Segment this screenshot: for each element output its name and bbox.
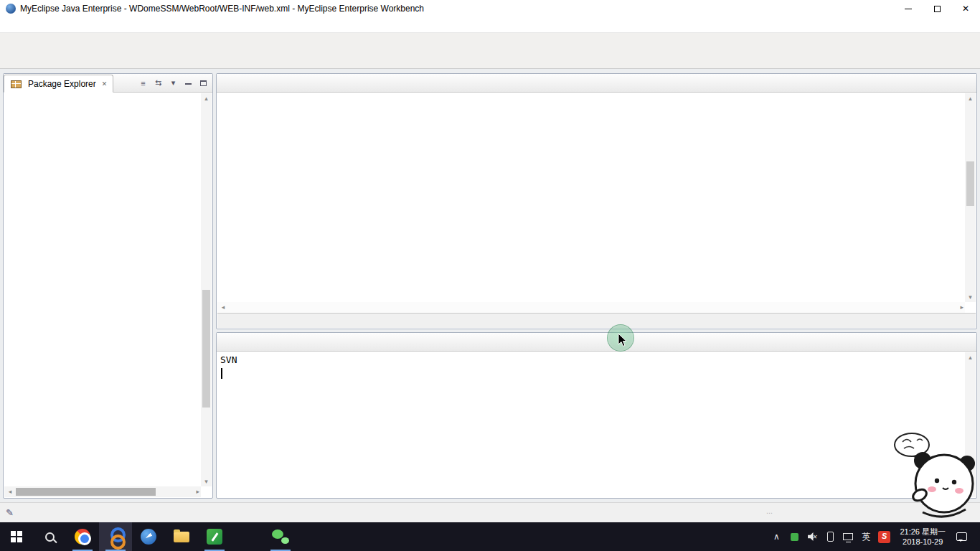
menubar <box>0 17 980 33</box>
scroll-up-icon[interactable]: ▴ <box>965 93 976 103</box>
clock-time: 21:26 星期一 <box>900 527 946 537</box>
network-icon <box>843 533 853 540</box>
windows-logo-icon <box>11 531 22 542</box>
design-source-bar <box>217 313 976 328</box>
console-output[interactable]: SVN <box>217 352 965 497</box>
window-title: MyEclipse Java Enterprise - WDomeSSM/Web… <box>20 4 424 14</box>
editor-view: ▴ ▾ ◂ ▸ <box>216 73 977 329</box>
file-explorer-icon <box>174 532 189 542</box>
taskbar-ide-button[interactable] <box>198 522 231 551</box>
search-icon <box>45 532 55 542</box>
taskbar: ∧ ✕ 英 21:26 星期一 2018-10-29 <box>0 522 980 551</box>
link-with-editor-icon[interactable]: ⇆ <box>152 77 164 89</box>
quick-launch-icon[interactable]: ✎ <box>6 507 14 518</box>
scroll-down-icon[interactable]: ▾ <box>965 487 976 497</box>
window-controls: ✕ <box>894 0 980 17</box>
taskbar-explorer-button[interactable] <box>165 522 198 551</box>
xml-editor[interactable] <box>217 93 965 302</box>
console-vertical-scrollbar[interactable]: ▴ ▾ <box>965 352 976 497</box>
wechat-icon <box>272 529 289 545</box>
status-bar: ✎ ⋯ <box>0 502 980 522</box>
taskbar-chrome-button[interactable] <box>66 522 99 551</box>
taskbar-wechat-button[interactable] <box>264 522 297 551</box>
screen: MyEclipse Java Enterprise - WDomeSSM/Web… <box>0 0 980 551</box>
minimize-button[interactable] <box>894 0 923 17</box>
clock-date: 2018-10-29 <box>903 537 943 547</box>
maximize-view-button[interactable] <box>197 77 209 89</box>
notification-icon <box>956 532 967 541</box>
compass-browser-icon <box>141 529 156 545</box>
console-view: SVN ▴ ▾ <box>216 332 977 499</box>
maximize-view-icon <box>200 80 207 86</box>
taskbar-browser-button[interactable] <box>132 522 165 551</box>
minimize-icon <box>905 9 912 9</box>
toolbar-row-1 <box>3 34 977 51</box>
close-icon: ✕ <box>962 4 969 14</box>
scrollbar-thumb[interactable] <box>16 488 156 496</box>
network-button[interactable] <box>839 522 857 551</box>
chrome-icon <box>75 529 90 545</box>
minimize-view-button[interactable] <box>182 77 194 89</box>
sogou-icon <box>878 531 890 543</box>
console-tab-bar <box>217 333 976 352</box>
tray-expand-button[interactable]: ∧ <box>768 522 785 551</box>
package-explorer-icon <box>10 78 22 89</box>
green-app-icon <box>207 529 222 545</box>
myeclipse-logo-icon <box>6 4 16 14</box>
editor-horizontal-scrollbar[interactable]: ◂ ▸ <box>217 302 965 313</box>
tray-green-app-button[interactable] <box>786 522 803 551</box>
view-menu-icon[interactable]: ▾ <box>167 77 179 89</box>
close-button[interactable]: ✕ <box>951 0 980 17</box>
figure-eight-app-icon <box>108 527 123 546</box>
close-view-icon[interactable]: ✕ <box>102 80 108 88</box>
titlebar: MyEclipse Java Enterprise - WDomeSSM/Web… <box>0 0 980 17</box>
ime-indicator[interactable]: 英 <box>857 522 875 551</box>
editor-code-area[interactable] <box>259 93 965 302</box>
package-explorer-toolbar: ≡ ⇆ ▾ <box>137 77 212 92</box>
start-button[interactable] <box>0 522 33 551</box>
toolbar-row-2 <box>3 51 977 68</box>
text-cursor <box>221 368 222 379</box>
scrollbar-thumb[interactable] <box>966 161 974 206</box>
package-explorer-tab[interactable]: Package Explorer ✕ <box>4 75 113 93</box>
console-text: SVN <box>220 354 962 365</box>
scrollbar-thumb[interactable] <box>202 290 210 408</box>
scroll-down-icon[interactable]: ▾ <box>965 292 976 302</box>
workbench: Package Explorer ✕ ≡ ⇆ ▾ ▴ ▾ ◂ <box>0 70 980 502</box>
trim-drag-handle: ⋯ <box>766 509 773 517</box>
scroll-right-icon[interactable]: ▸ <box>191 486 199 497</box>
scroll-left-icon[interactable]: ◂ <box>219 302 227 313</box>
taskbar-clock[interactable]: 21:26 星期一 2018-10-29 <box>893 527 952 547</box>
editor-vertical-scrollbar[interactable]: ▴ ▾ <box>965 93 976 302</box>
system-tray: ∧ ✕ 英 21:26 星期一 2018-10-29 <box>768 522 980 551</box>
maximize-button[interactable] <box>923 0 951 17</box>
minimize-view-icon <box>185 82 192 85</box>
scroll-right-icon[interactable]: ▸ <box>955 302 963 313</box>
notification-center-button[interactable] <box>953 522 970 551</box>
maximize-icon <box>934 6 941 12</box>
scroll-left-icon[interactable]: ◂ <box>6 486 14 497</box>
volume-button[interactable]: ✕ <box>804 522 821 551</box>
package-explorer-tree <box>4 93 201 486</box>
scroll-up-icon[interactable]: ▴ <box>965 352 976 362</box>
green-tray-icon <box>791 533 798 541</box>
main-toolbar <box>0 33 980 69</box>
taskbar-search-button[interactable] <box>33 522 66 551</box>
collapse-all-icon[interactable]: ≡ <box>137 77 149 89</box>
editor-gutter <box>217 93 259 302</box>
tree-vertical-scrollbar[interactable]: ▴ ▾ <box>201 93 212 486</box>
scroll-down-icon[interactable]: ▾ <box>201 476 212 486</box>
phone-icon <box>827 532 834 542</box>
package-explorer-header: Package Explorer ✕ ≡ ⇆ ▾ <box>4 74 212 93</box>
tree-horizontal-scrollbar[interactable]: ◂ ▸ <box>4 486 201 497</box>
phone-link-button[interactable] <box>821 522 839 551</box>
package-explorer-view: Package Explorer ✕ ≡ ⇆ ▾ ▴ ▾ ◂ <box>3 73 213 499</box>
scroll-up-icon[interactable]: ▴ <box>201 93 212 103</box>
taskbar-active-window-button[interactable] <box>99 522 132 551</box>
sogou-input-button[interactable] <box>875 522 892 551</box>
view-title: Package Explorer <box>28 79 96 89</box>
editor-tab-bar <box>217 74 976 93</box>
